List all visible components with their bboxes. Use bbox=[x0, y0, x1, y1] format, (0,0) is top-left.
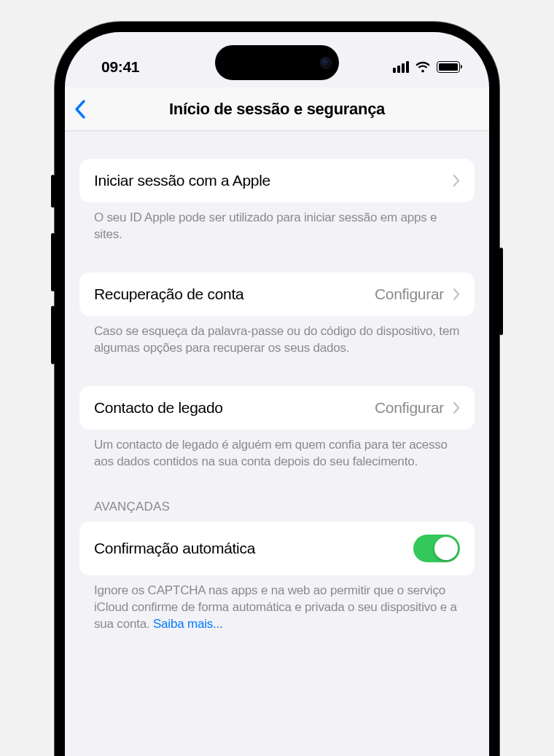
status-time: 09:41 bbox=[101, 58, 139, 76]
back-button[interactable] bbox=[74, 99, 87, 119]
wifi-icon bbox=[415, 61, 431, 73]
navigation-bar: Início de sessão e segurança bbox=[65, 87, 489, 131]
legacy-contact-row[interactable]: Contacto de legado Configurar bbox=[79, 386, 475, 430]
row-title: Recuperação de conta bbox=[94, 286, 243, 303]
page-title: Início de sessão e segurança bbox=[65, 100, 489, 119]
settings-content: Iniciar sessão com a Apple O seu ID Appl… bbox=[65, 159, 489, 632]
chevron-left-icon bbox=[74, 99, 87, 119]
account-recovery-section: Recuperação de conta Configurar Caso se … bbox=[79, 272, 475, 357]
auto-verification-row[interactable]: Confirmação automática bbox=[79, 521, 475, 575]
section-header: AVANÇADAS bbox=[79, 500, 475, 521]
battery-icon bbox=[437, 61, 460, 73]
auto-verification-toggle[interactable] bbox=[413, 535, 460, 562]
side-button-volume-down bbox=[51, 306, 55, 364]
legacy-contact-section: Contacto de legado Configurar Um contact… bbox=[79, 386, 475, 470]
device-mockup-canvas: 09:41 bbox=[0, 0, 554, 756]
row-title: Contacto de legado bbox=[94, 399, 223, 417]
phone-screen: 09:41 bbox=[65, 32, 489, 756]
sign-in-section: Iniciar sessão com a Apple O seu ID Appl… bbox=[79, 159, 475, 243]
row-title: Confirmação automática bbox=[94, 540, 255, 557]
side-button-volume-up bbox=[51, 233, 55, 291]
section-footer: Um contacto de legado é alguém em quem c… bbox=[79, 430, 475, 470]
iphone-frame: 09:41 bbox=[55, 22, 499, 756]
sign-in-with-apple-row[interactable]: Iniciar sessão com a Apple bbox=[79, 159, 475, 202]
row-value: Configurar bbox=[375, 399, 444, 417]
status-indicators bbox=[393, 61, 460, 73]
section-footer: Caso se esqueça da palavra-passe ou do c… bbox=[79, 316, 475, 357]
front-camera-icon bbox=[320, 57, 332, 68]
account-recovery-row[interactable]: Recuperação de conta Configurar bbox=[79, 272, 475, 316]
row-title: Iniciar sessão com a Apple bbox=[94, 172, 270, 189]
chevron-right-icon bbox=[453, 401, 460, 414]
cellular-signal-icon bbox=[393, 61, 409, 73]
section-footer: Ignore os CAPTCHA nas apps e na web ao p… bbox=[79, 575, 475, 633]
section-footer: O seu ID Apple pode ser utilizado para i… bbox=[79, 202, 475, 243]
advanced-section: AVANÇADAS Confirmação automática Ignore … bbox=[79, 500, 475, 633]
row-value: Configurar bbox=[375, 286, 444, 303]
footer-text-body: Ignore os CAPTCHA nas apps e na web ao p… bbox=[94, 583, 457, 631]
side-button-power bbox=[499, 248, 503, 335]
side-button-silence bbox=[51, 175, 55, 208]
dynamic-island bbox=[215, 45, 339, 80]
chevron-right-icon bbox=[453, 174, 460, 187]
learn-more-link[interactable]: Saiba mais... bbox=[153, 617, 223, 631]
toggle-knob bbox=[434, 537, 458, 560]
chevron-right-icon bbox=[453, 288, 460, 301]
